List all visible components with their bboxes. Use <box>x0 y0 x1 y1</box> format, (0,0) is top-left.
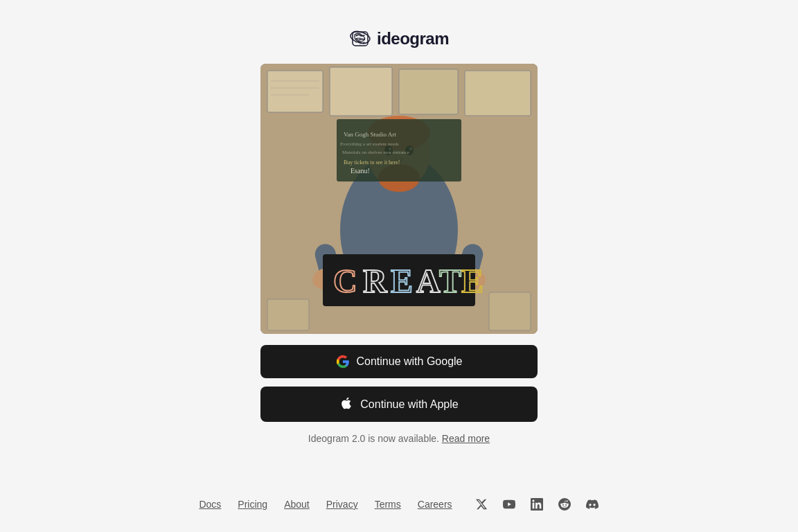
svg-rect-5 <box>330 67 392 116</box>
announcement-text: Ideogram 2.0 is now available. Read more <box>308 433 490 444</box>
linkedin-icon[interactable] <box>530 497 544 511</box>
google-button-label: Continue with Google <box>357 355 463 368</box>
discord-icon[interactable] <box>585 497 599 511</box>
svg-rect-7 <box>465 71 531 116</box>
auth-buttons-container: Continue with Google Continue with Apple <box>260 345 538 422</box>
hero-image-container: C R E A T E Van Gogh Studio Art Everythi… <box>260 64 538 334</box>
footer-link-terms[interactable]: Terms <box>375 499 401 510</box>
footer-link-privacy[interactable]: Privacy <box>326 499 358 510</box>
svg-text:E: E <box>461 263 484 299</box>
header: ideogram <box>349 28 449 50</box>
hero-image: C R E A T E Van Gogh Studio Art Everythi… <box>260 64 538 334</box>
reddit-icon[interactable] <box>558 497 571 511</box>
continue-with-apple-button[interactable]: Continue with Apple <box>260 387 538 422</box>
footer-link-careers[interactable]: Careers <box>418 499 452 510</box>
svg-text:E: E <box>391 263 413 299</box>
footer-link-about[interactable]: About <box>284 499 310 510</box>
svg-text:Materials on shelves near entr: Materials on shelves near entrance <box>342 150 409 155</box>
read-more-link[interactable]: Read more <box>442 433 490 444</box>
svg-text:C: C <box>333 263 357 299</box>
ideogram-logo-icon <box>349 28 371 50</box>
svg-rect-6 <box>399 69 458 114</box>
svg-text:R: R <box>363 263 388 299</box>
svg-text:Esanu!: Esanu! <box>351 167 370 175</box>
footer: Docs Pricing About Privacy Terms Careers <box>0 484 798 532</box>
svg-rect-36 <box>267 299 309 330</box>
apple-icon <box>339 396 353 412</box>
footer-link-pricing[interactable]: Pricing <box>238 499 267 510</box>
social-icons <box>475 497 599 511</box>
google-icon <box>336 355 350 369</box>
svg-rect-4 <box>267 71 323 112</box>
footer-links: Docs Pricing About Privacy Terms Careers <box>199 499 452 510</box>
svg-text:Van Gogh Studio Art: Van Gogh Studio Art <box>344 131 396 138</box>
svg-text:Everything a art student needs: Everything a art student needs <box>340 141 399 147</box>
logo-text: ideogram <box>377 29 449 48</box>
footer-link-docs[interactable]: Docs <box>199 499 221 510</box>
svg-text:T: T <box>439 263 461 299</box>
svg-rect-37 <box>489 292 531 330</box>
svg-text:A: A <box>416 263 441 299</box>
svg-text:Buy tickets to see it here!: Buy tickets to see it here! <box>344 159 400 166</box>
x-twitter-icon[interactable] <box>475 497 488 511</box>
apple-button-label: Continue with Apple <box>360 398 458 411</box>
continue-with-google-button[interactable]: Continue with Google <box>260 345 538 378</box>
youtube-icon[interactable] <box>502 497 516 511</box>
